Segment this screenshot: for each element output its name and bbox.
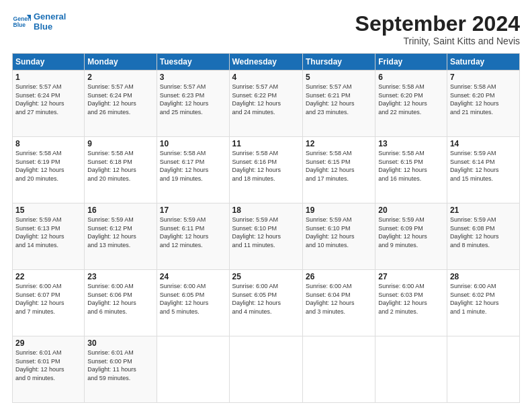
calendar-header-row: SundayMondayTuesdayWednesdayThursdayFrid… <box>13 54 520 71</box>
day-info: Sunrise: 5:58 AMSunset: 6:19 PMDaylight:… <box>15 150 64 182</box>
day-info: Sunrise: 5:58 AMSunset: 6:18 PMDaylight:… <box>87 150 136 182</box>
day-info: Sunrise: 5:57 AMSunset: 6:23 PMDaylight:… <box>160 83 209 116</box>
calendar-cell <box>302 336 375 403</box>
logo-line1: General <box>34 12 66 22</box>
calendar-cell <box>375 336 447 403</box>
day-info: Sunrise: 5:59 AMSunset: 6:09 PMDaylight:… <box>378 216 427 248</box>
calendar-cell: 29 Sunrise: 6:01 AMSunset: 6:01 PMDaylig… <box>13 336 85 403</box>
day-number: 20 <box>378 205 444 215</box>
calendar-body: 1 Sunrise: 5:57 AMSunset: 6:24 PMDayligh… <box>13 71 520 403</box>
page: General Blue General Blue September 2024… <box>0 0 532 411</box>
day-info: Sunrise: 5:59 AMSunset: 6:08 PMDaylight:… <box>450 216 499 248</box>
page-title: September 2024 <box>355 12 520 36</box>
calendar-col-header: Sunday <box>13 54 85 71</box>
calendar-cell: 12 Sunrise: 5:58 AMSunset: 6:15 PMDaylig… <box>302 137 375 203</box>
day-number: 24 <box>160 272 226 281</box>
calendar-cell: 17 Sunrise: 5:59 AMSunset: 6:11 PMDaylig… <box>157 203 229 270</box>
day-info: Sunrise: 5:58 AMSunset: 6:20 PMDaylight:… <box>450 83 499 116</box>
day-info: Sunrise: 5:58 AMSunset: 6:20 PMDaylight:… <box>378 83 427 116</box>
calendar-cell: 1 Sunrise: 5:57 AMSunset: 6:24 PMDayligh… <box>13 71 85 137</box>
day-info: Sunrise: 6:01 AMSunset: 6:01 PMDaylight:… <box>15 349 64 381</box>
calendar-cell: 18 Sunrise: 5:59 AMSunset: 6:10 PMDaylig… <box>229 203 302 270</box>
day-info: Sunrise: 5:59 AMSunset: 6:11 PMDaylight:… <box>160 216 209 248</box>
calendar-cell: 6 Sunrise: 5:58 AMSunset: 6:20 PMDayligh… <box>375 71 447 137</box>
day-number: 26 <box>306 272 372 281</box>
calendar-cell: 28 Sunrise: 6:00 AMSunset: 6:02 PMDaylig… <box>447 270 519 336</box>
day-number: 25 <box>232 272 300 281</box>
calendar-cell: 25 Sunrise: 6:00 AMSunset: 6:05 PMDaylig… <box>229 270 302 336</box>
day-info: Sunrise: 5:57 AMSunset: 6:21 PMDaylight:… <box>306 83 355 116</box>
calendar-cell <box>447 336 519 403</box>
day-number: 27 <box>378 272 444 281</box>
calendar-cell: 26 Sunrise: 6:00 AMSunset: 6:04 PMDaylig… <box>302 270 375 336</box>
day-info: Sunrise: 5:58 AMSunset: 6:17 PMDaylight:… <box>160 150 209 182</box>
calendar-cell: 22 Sunrise: 6:00 AMSunset: 6:07 PMDaylig… <box>13 270 85 336</box>
calendar-cell: 7 Sunrise: 5:58 AMSunset: 6:20 PMDayligh… <box>447 71 519 137</box>
day-info: Sunrise: 5:58 AMSunset: 6:16 PMDaylight:… <box>232 150 281 182</box>
calendar-week-row: 8 Sunrise: 5:58 AMSunset: 6:19 PMDayligh… <box>13 137 520 203</box>
calendar-table: SundayMondayTuesdayWednesdayThursdayFrid… <box>12 53 520 403</box>
day-info: Sunrise: 5:59 AMSunset: 6:14 PMDaylight:… <box>450 150 499 182</box>
day-info: Sunrise: 6:00 AMSunset: 6:02 PMDaylight:… <box>450 283 499 315</box>
calendar-cell: 11 Sunrise: 5:58 AMSunset: 6:16 PMDaylig… <box>229 137 302 203</box>
day-number: 11 <box>232 139 300 148</box>
calendar-cell: 27 Sunrise: 6:00 AMSunset: 6:03 PMDaylig… <box>375 270 447 336</box>
calendar-col-header: Saturday <box>447 54 519 71</box>
day-number: 2 <box>87 73 153 82</box>
calendar-cell: 14 Sunrise: 5:59 AMSunset: 6:14 PMDaylig… <box>447 137 519 203</box>
day-info: Sunrise: 5:57 AMSunset: 6:24 PMDaylight:… <box>87 83 136 116</box>
day-info: Sunrise: 5:58 AMSunset: 6:15 PMDaylight:… <box>306 150 355 182</box>
day-number: 22 <box>15 272 81 281</box>
calendar-cell: 8 Sunrise: 5:58 AMSunset: 6:19 PMDayligh… <box>13 137 85 203</box>
day-info: Sunrise: 6:00 AMSunset: 6:05 PMDaylight:… <box>160 283 209 315</box>
calendar-cell: 9 Sunrise: 5:58 AMSunset: 6:18 PMDayligh… <box>85 137 157 203</box>
day-number: 16 <box>87 205 153 215</box>
calendar-col-header: Wednesday <box>229 54 302 71</box>
day-number: 8 <box>15 139 81 148</box>
calendar-cell: 24 Sunrise: 6:00 AMSunset: 6:05 PMDaylig… <box>157 270 229 336</box>
day-info: Sunrise: 5:59 AMSunset: 6:13 PMDaylight:… <box>15 216 64 248</box>
calendar-cell: 4 Sunrise: 5:57 AMSunset: 6:22 PMDayligh… <box>229 71 302 137</box>
day-number: 28 <box>450 272 517 281</box>
calendar-cell: 16 Sunrise: 5:59 AMSunset: 6:12 PMDaylig… <box>85 203 157 270</box>
calendar-col-header: Monday <box>85 54 157 71</box>
day-number: 3 <box>160 73 226 82</box>
day-number: 18 <box>232 205 300 215</box>
day-info: Sunrise: 6:00 AMSunset: 6:06 PMDaylight:… <box>87 283 136 315</box>
calendar-cell: 5 Sunrise: 5:57 AMSunset: 6:21 PMDayligh… <box>302 71 375 137</box>
day-info: Sunrise: 6:00 AMSunset: 6:07 PMDaylight:… <box>15 283 64 315</box>
day-info: Sunrise: 5:59 AMSunset: 6:10 PMDaylight:… <box>306 216 355 248</box>
calendar-cell: 13 Sunrise: 5:58 AMSunset: 6:15 PMDaylig… <box>375 137 447 203</box>
logo-icon: General Blue <box>12 13 31 32</box>
calendar-cell <box>229 336 302 403</box>
calendar-cell: 30 Sunrise: 6:01 AMSunset: 6:00 PMDaylig… <box>85 336 157 403</box>
day-number: 30 <box>87 338 153 348</box>
day-number: 10 <box>160 139 226 148</box>
header: General Blue General Blue September 2024… <box>12 12 520 46</box>
calendar-cell: 2 Sunrise: 5:57 AMSunset: 6:24 PMDayligh… <box>85 71 157 137</box>
day-number: 6 <box>378 73 444 82</box>
day-number: 23 <box>87 272 153 281</box>
calendar-week-row: 1 Sunrise: 5:57 AMSunset: 6:24 PMDayligh… <box>13 71 520 137</box>
day-number: 15 <box>15 205 81 215</box>
calendar-cell: 10 Sunrise: 5:58 AMSunset: 6:17 PMDaylig… <box>157 137 229 203</box>
calendar-cell: 20 Sunrise: 5:59 AMSunset: 6:09 PMDaylig… <box>375 203 447 270</box>
day-number: 1 <box>15 73 81 82</box>
day-number: 5 <box>306 73 372 82</box>
logo: General Blue General Blue <box>12 12 66 32</box>
day-info: Sunrise: 5:59 AMSunset: 6:10 PMDaylight:… <box>232 216 281 248</box>
calendar-col-header: Thursday <box>302 54 375 71</box>
day-info: Sunrise: 5:59 AMSunset: 6:12 PMDaylight:… <box>87 216 136 248</box>
calendar-cell: 3 Sunrise: 5:57 AMSunset: 6:23 PMDayligh… <box>157 71 229 137</box>
calendar-cell: 19 Sunrise: 5:59 AMSunset: 6:10 PMDaylig… <box>302 203 375 270</box>
calendar-cell: 23 Sunrise: 6:00 AMSunset: 6:06 PMDaylig… <box>85 270 157 336</box>
day-number: 21 <box>450 205 517 215</box>
day-number: 12 <box>306 139 372 148</box>
calendar-col-header: Friday <box>375 54 447 71</box>
calendar-week-row: 29 Sunrise: 6:01 AMSunset: 6:01 PMDaylig… <box>13 336 520 403</box>
day-number: 17 <box>160 205 226 215</box>
calendar-cell: 21 Sunrise: 5:59 AMSunset: 6:08 PMDaylig… <box>447 203 519 270</box>
day-info: Sunrise: 6:00 AMSunset: 6:05 PMDaylight:… <box>232 283 281 315</box>
day-info: Sunrise: 5:57 AMSunset: 6:22 PMDaylight:… <box>232 83 281 116</box>
svg-text:Blue: Blue <box>13 21 26 28</box>
